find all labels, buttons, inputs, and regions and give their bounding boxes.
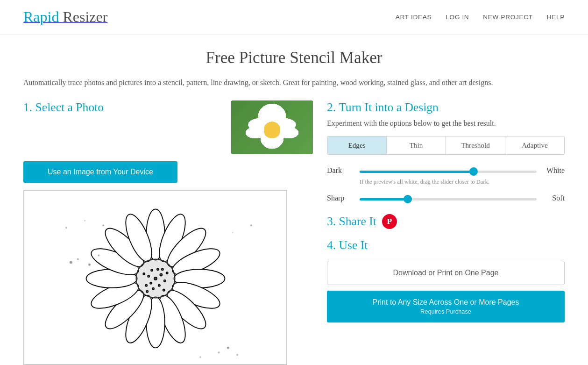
- svg-point-2: [84, 220, 85, 221]
- svg-point-47: [199, 356, 201, 358]
- log-in-link[interactable]: LOG IN: [446, 14, 469, 21]
- right-column: 2. Turn It into a Design Experiment with…: [327, 100, 565, 322]
- white-label: White: [544, 166, 565, 175]
- tab-edges[interactable]: Edges: [327, 136, 387, 154]
- svg-point-45: [227, 346, 229, 349]
- experiment-text: Experiment with the options below to get…: [327, 119, 565, 128]
- svg-point-30: [152, 287, 154, 289]
- stencil-svg: [24, 191, 286, 364]
- step3-heading: 3. Share It: [327, 215, 376, 229]
- left-column: 1. Select a Photo Use an Image from Your…: [23, 100, 313, 365]
- svg-point-24: [154, 277, 157, 280]
- svg-point-27: [158, 284, 160, 286]
- sharp-slider-row: Sharp Soft: [327, 194, 565, 202]
- svg-point-36: [143, 273, 145, 275]
- photo-thumbnail: [231, 100, 313, 154]
- svg-point-42: [88, 263, 91, 265]
- main-content: Free Picture Stencil Maker Automatically…: [0, 35, 588, 365]
- svg-point-44: [218, 351, 220, 353]
- page-title: Free Picture Stencil Maker: [23, 49, 565, 67]
- tab-thin[interactable]: Thin: [387, 136, 446, 154]
- print-button[interactable]: Print to Any Size Across One or More Pag…: [327, 291, 565, 322]
- svg-point-41: [77, 258, 79, 260]
- page-description: Automatically trace photos and pictures …: [23, 77, 560, 89]
- dark-slider[interactable]: [360, 171, 537, 173]
- svg-point-29: [157, 268, 159, 270]
- svg-point-3: [102, 224, 104, 226]
- design-tabs: Edges Thin Threshold Adaptive: [327, 136, 565, 155]
- svg-point-26: [150, 282, 152, 284]
- sharp-slider[interactable]: [360, 198, 537, 200]
- tab-adaptive[interactable]: Adaptive: [505, 136, 564, 154]
- dark-slider-row: Dark White: [327, 166, 565, 175]
- print-btn-label: Print to Any Size Across One or More Pag…: [373, 298, 519, 306]
- svg-point-37: [163, 289, 165, 291]
- soft-label: Soft: [544, 194, 565, 202]
- upload-button[interactable]: Use an Image from Your Device: [23, 161, 177, 183]
- help-link[interactable]: HELP: [547, 14, 565, 21]
- tab-threshold[interactable]: Threshold: [446, 136, 505, 154]
- new-project-link[interactable]: NEW PROJECT: [483, 14, 532, 21]
- svg-point-31: [164, 280, 166, 282]
- svg-point-25: [160, 273, 162, 276]
- sharp-slider-container: [360, 194, 537, 202]
- step1-heading: 1. Select a Photo: [23, 100, 104, 115]
- dark-slider-container: [360, 166, 537, 175]
- svg-point-1: [65, 227, 67, 229]
- download-button[interactable]: Download or Print on One Page: [327, 261, 565, 285]
- nav-links: ART IDEAS LOG IN NEW PROJECT HELP: [396, 14, 565, 21]
- step3-row: 3. Share It P: [327, 214, 565, 229]
- dark-label: Dark: [327, 166, 353, 175]
- svg-point-46: [236, 354, 238, 356]
- step2-heading: 2. Turn It into a Design: [327, 100, 565, 115]
- print-btn-sub: Requires Purchase: [333, 308, 558, 316]
- pinterest-icon[interactable]: P: [382, 214, 397, 229]
- step4-heading: 4. Use It: [327, 238, 565, 252]
- svg-point-34: [151, 269, 153, 271]
- svg-point-28: [148, 275, 149, 277]
- logo[interactable]: Rapid Resizer: [23, 8, 107, 26]
- svg-point-32: [145, 284, 147, 286]
- svg-point-5: [250, 224, 252, 226]
- dark-slider-hint: If the preview's all white, drag the sli…: [360, 179, 565, 186]
- svg-point-4: [232, 231, 234, 233]
- two-column-layout: 1. Select a Photo Use an Image from Your…: [23, 100, 565, 365]
- svg-point-35: [166, 272, 168, 274]
- step1-header-row: 1. Select a Photo: [23, 100, 313, 154]
- art-ideas-link[interactable]: ART IDEAS: [396, 14, 432, 21]
- svg-point-33: [162, 268, 163, 270]
- svg-point-40: [70, 261, 72, 264]
- sharp-label: Sharp: [327, 194, 353, 202]
- stencil-canvas: [23, 190, 287, 365]
- navigation: Rapid Resizer ART IDEAS LOG IN NEW PROJE…: [0, 0, 588, 35]
- svg-point-43: [98, 254, 99, 256]
- svg-point-38: [146, 290, 148, 292]
